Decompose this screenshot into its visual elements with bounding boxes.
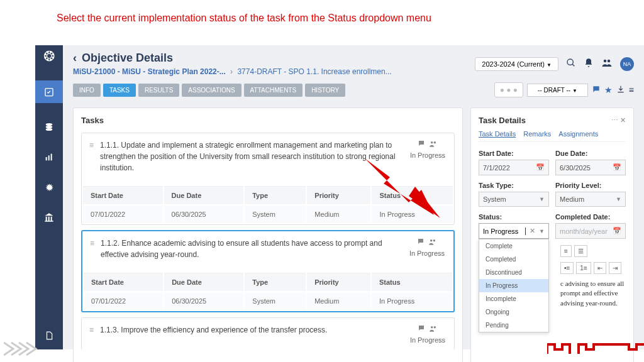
breadcrumb-objective[interactable]: 3774-DRAFT - SPO 1.1. Increase enrollmen… [237,67,391,76]
completed-date-label: Completed Date: [555,213,626,221]
svg-point-11 [431,141,433,144]
tab-tasks[interactable]: TASKS [103,84,136,97]
tab-info[interactable]: INFO [73,84,101,97]
svg-point-14 [433,239,436,242]
outdent-icon[interactable]: ⇤ [594,262,606,274]
chevron-down-icon: ▼ [539,196,545,202]
clear-icon[interactable]: ✕ [530,227,535,235]
task-title: 1.1.3. Improve the efficiency and experi… [100,324,402,336]
users-icon[interactable] [601,57,613,70]
svg-point-10 [608,60,611,63]
svg-point-1 [46,123,53,126]
bell-icon[interactable] [584,58,594,70]
search-icon[interactable] [566,58,576,70]
priority-select[interactable]: Medium▼ [555,192,626,207]
svg-line-8 [572,64,574,66]
nav-plans-icon[interactable] [35,80,63,103]
tab-attachments[interactable]: ATTACHMENTS [244,84,303,97]
nav-badge-icon[interactable]: ✹ [43,181,55,194]
nav-chart-icon[interactable] [43,151,55,163]
list-ul-icon[interactable]: •≡ [560,262,574,274]
nav-stack-icon[interactable] [43,121,55,133]
status-option[interactable]: Incomplete [479,292,548,305]
due-date-input[interactable]: 6/30/2025📅 [555,160,626,175]
svg-point-16 [434,326,436,329]
task-status: In Progress [409,151,447,159]
svg-point-9 [604,60,607,63]
more-icon[interactable]: ⋯ [611,116,618,124]
status-option[interactable]: Completed [479,253,548,266]
task-card[interactable]: ≡ 1.1.2. Enhance academic advising to en… [81,230,455,312]
rich-text-toolbar: •≡ 1≡ ⇤ ⇥ [560,262,626,274]
avatar[interactable]: NA [620,57,634,71]
list-ol-icon[interactable]: 1≡ [576,262,591,274]
back-chevron-icon[interactable]: ‹ [73,52,77,65]
drag-handle-icon[interactable]: ≡ [89,324,94,344]
tasks-panel-title: Tasks [81,116,455,125]
subtab-remarks[interactable]: Remarks [523,130,551,138]
comment-icon[interactable] [418,140,425,150]
star-icon[interactable]: ★ [604,85,613,95]
calendar-icon[interactable]: 📅 [613,163,621,172]
status-option[interactable]: Discontinued [479,266,548,279]
align-justify-icon[interactable]: ☰ [574,245,587,257]
users-icon[interactable] [428,238,437,248]
more-actions-button[interactable]: ● ● ● [494,82,523,97]
task-card[interactable]: ≡ 1.1.1. Update and implement a strategi… [81,133,455,225]
drag-handle-icon[interactable]: ≡ [89,140,94,173]
page-header: ‹ Objective Details MiSU-21000 - MiSU - … [63,45,644,79]
status-option[interactable]: In Progress [479,279,548,292]
main-content: ‹ Objective Details MiSU-21000 - MiSU - … [63,45,644,349]
decorative-castle [547,338,644,357]
chevron-down-icon: ▼ [616,196,621,202]
close-icon[interactable]: ✕ [620,116,626,124]
svg-point-7 [567,59,573,65]
status-option[interactable]: Pending [479,319,548,332]
status-option[interactable]: Complete [479,239,548,253]
tab-results[interactable]: RESULTS [138,84,179,97]
users-icon[interactable] [429,140,438,150]
year-selector[interactable]: 2023-2024 (Current) ▼ [475,57,558,71]
start-date-label: Start Date: [479,150,549,157]
users-icon[interactable] [429,324,438,335]
task-details-panel: Task Details ⋯ ✕ Task Details Remarks As… [470,107,634,362]
status-selector[interactable]: -- DRAFT -- ▼ [527,84,588,97]
status-label: Status: [479,213,549,221]
drag-handle-icon[interactable]: ≡ [90,238,94,260]
align-left-icon[interactable]: ≡ [560,245,572,257]
nav-institution-icon[interactable] [43,211,55,224]
chevron-down-icon: ▼ [539,228,545,234]
svg-rect-6 [51,154,52,161]
comment-icon[interactable] [592,85,601,96]
svg-rect-5 [48,155,50,160]
subtab-details[interactable]: Task Details [479,130,516,138]
status-select[interactable]: In Progress ✕ ▼ [479,223,549,239]
hamburger-icon[interactable]: ≡ [629,85,634,95]
download-icon[interactable] [616,85,625,96]
svg-point-3 [46,128,53,131]
indent-icon[interactable]: ⇥ [609,262,621,274]
calendar-icon[interactable]: 📅 [613,227,621,235]
due-date-label: Due Date: [555,150,626,157]
status-dropdown: Complete Completed Discontinued In Progr… [479,239,549,332]
task-type-label: Task Type: [479,182,549,189]
priority-label: Priority Level: [555,182,626,189]
calendar-icon[interactable]: 📅 [536,163,545,172]
task-card[interactable]: ≡ 1.1.3. Improve the efficiency and expe… [81,317,455,350]
start-date-input[interactable]: 7/1/2022📅 [479,160,549,175]
comment-icon[interactable] [417,238,425,248]
table-row: 07/01/202206/30/2025SystemMediumIn Progr… [84,292,452,310]
logo-icon[interactable]: ❂ [43,50,55,63]
breadcrumb-plan[interactable]: MiSU-21000 - MiSU - Strategic Plan 2022-… [73,67,226,76]
status-option[interactable]: Ongoing [479,305,548,319]
tab-history[interactable]: HISTORY [305,84,345,97]
subtab-assignments[interactable]: Assignments [558,130,598,138]
svg-point-2 [46,126,53,128]
tab-associations[interactable]: ASSOCIATIONS [182,84,241,97]
tabs-row: INFO TASKS RESULTS ASSOCIATIONS ATTACHME… [63,79,644,101]
completed-date-input[interactable]: month/day/year📅 [555,223,626,239]
task-type-select[interactable]: System▼ [479,192,549,207]
description-text: c advising to ensure all prompt and effe… [560,279,626,308]
details-title: Task Details [479,116,526,125]
comment-icon[interactable] [418,324,425,335]
